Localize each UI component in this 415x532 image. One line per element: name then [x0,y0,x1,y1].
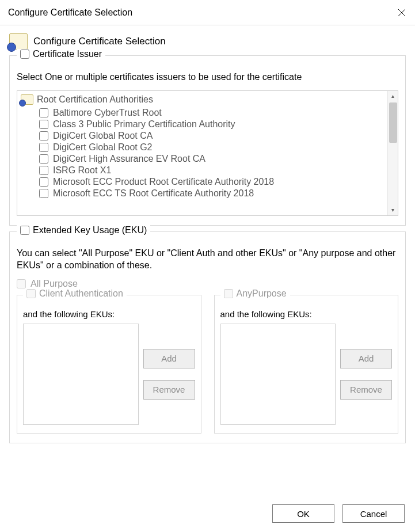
issuer-item-label: ISRG Root X1 [53,165,111,176]
dialog-title: Configure Certificate Selection [33,36,166,47]
issuer-item[interactable]: Microsoft ECC TS Root Certificate Author… [39,188,385,199]
issuer-item-checkbox[interactable] [39,120,48,129]
panel-client-auth: Client Authentication and the following … [17,295,201,434]
group-certificate-issuer: Certificate Issuer Select One or multipl… [9,55,406,226]
group-eku: Extended Key Usage (EKU) You can select … [9,231,406,443]
window-title: Configure Certificate Selection [8,7,132,18]
ok-button[interactable]: OK [272,504,334,523]
scrollbar[interactable]: ▴ ▾ [387,91,398,215]
any-purpose-desc: and the following EKUs: [220,309,393,319]
client-auth-list[interactable] [23,324,139,425]
client-auth-add-button[interactable]: Add [143,349,195,368]
issuer-item-checkbox[interactable] [39,189,48,198]
any-purpose-legend-label: AnyPurpose [237,288,287,299]
issuer-item-checkbox[interactable] [39,131,48,140]
panel-any-purpose-legend: AnyPurpose [220,288,290,299]
panel-client-auth-legend: Client Authentication [23,288,127,299]
any-purpose-checkbox[interactable] [224,289,233,298]
cancel-button[interactable]: Cancel [342,504,405,523]
group-certificate-issuer-legend: Certificate Issuer [17,49,105,59]
client-auth-remove-button[interactable]: Remove [143,380,195,400]
issuer-item[interactable]: Baltimore CyberTrust Root [39,107,385,119]
issuer-instruction: Select One or multiple certificates issu… [17,71,398,83]
issuer-item[interactable]: Class 3 Public Primary Certification Aut… [39,119,385,130]
issuer-item-checkbox[interactable] [39,108,48,117]
scroll-up-icon[interactable]: ▴ [388,91,398,101]
close-icon[interactable] [397,7,407,18]
titlebar: Configure Certificate Selection [0,0,415,25]
issuer-item-label: DigiCert Global Root CA [53,131,153,141]
dialog-content: Configure Certificate Selection Certific… [0,25,415,443]
all-purpose-checkbox[interactable] [17,279,26,288]
issuer-item-label: DigiCert High Assurance EV Root CA [53,154,205,164]
issuer-item-label: Microsoft ECC Product Root Certificate A… [53,177,274,187]
group-eku-legend: Extended Key Usage (EKU) [17,225,150,235]
eku-subpanels: Client Authentication and the following … [17,295,398,434]
issuer-item[interactable]: DigiCert High Assurance EV Root CA [39,153,385,165]
all-purpose-row: All Purpose [17,279,398,289]
issuer-item-label: Microsoft ECC TS Root Certificate Author… [53,188,254,199]
eku-checkbox[interactable] [20,226,29,235]
all-purpose-label: All Purpose [31,279,78,289]
client-auth-desc: and the following EKUs: [23,309,195,319]
scroll-down-icon[interactable]: ▾ [388,205,398,215]
dialog-header: Configure Certificate Selection [9,33,406,50]
issuer-item[interactable]: DigiCert Global Root CA [39,130,385,142]
issuer-item-checkbox[interactable] [39,177,48,187]
panel-any-purpose: AnyPurpose and the following EKUs: Add R… [214,295,399,434]
issuer-item[interactable]: Microsoft ECC Product Root Certificate A… [39,176,385,188]
certificate-icon [9,33,28,50]
issuer-item-label: DigiCert Global Root G2 [53,142,153,153]
certificate-icon [21,94,33,105]
issuer-item-label: Baltimore CyberTrust Root [53,108,162,118]
issuer-item-checkbox[interactable] [39,166,48,175]
issuer-item-checkbox[interactable] [39,154,48,164]
issuer-item[interactable]: ISRG Root X1 [39,165,385,176]
scroll-thumb[interactable] [389,102,397,143]
client-auth-legend-label: Client Authentication [39,288,123,299]
issuer-item-label: Class 3 Public Primary Certification Aut… [53,119,235,130]
issuer-root-label: Root Certification Authorities [37,94,153,105]
any-purpose-list[interactable] [220,324,336,425]
client-auth-checkbox[interactable] [26,289,36,298]
eku-instruction: You can select "All Purpose" EKU or "Cli… [17,247,398,272]
certificate-issuer-label: Certificate Issuer [33,49,102,59]
issuer-item[interactable]: DigiCert Global Root G2 [39,142,385,153]
eku-label: Extended Key Usage (EKU) [33,225,147,235]
certificate-issuer-checkbox[interactable] [20,50,29,59]
any-purpose-remove-button[interactable]: Remove [340,380,392,400]
issuer-tree[interactable]: Root Certification Authorities Baltimore… [17,90,398,216]
any-purpose-add-button[interactable]: Add [340,349,392,368]
issuer-item-checkbox[interactable] [39,143,48,152]
dialog-footer: OK Cancel [272,504,405,523]
issuer-root-node[interactable]: Root Certification Authorities [20,93,385,106]
